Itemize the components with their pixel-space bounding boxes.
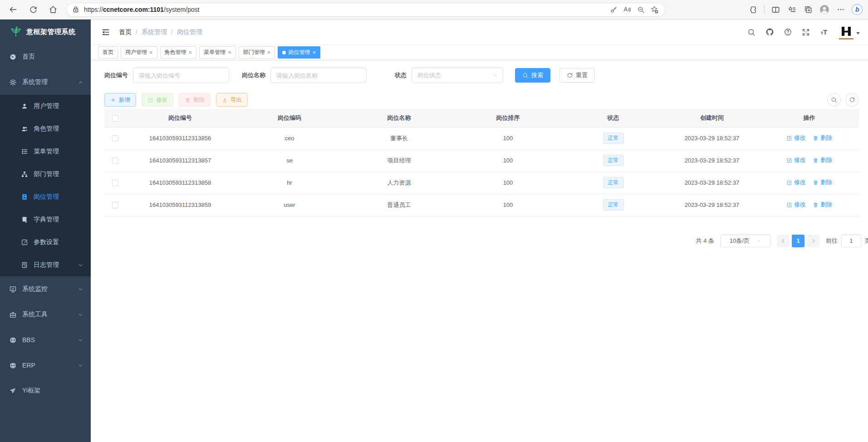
- sidebar-item-post-mgmt[interactable]: 岗位管理: [0, 186, 91, 208]
- split-screen-button[interactable]: [769, 3, 782, 16]
- tab-close-icon[interactable]: ×: [149, 49, 153, 55]
- row-edit-link[interactable]: 修改: [786, 201, 806, 209]
- row-checkbox[interactable]: [112, 202, 118, 208]
- copilot-button[interactable]: b: [851, 3, 863, 16]
- tab-close-icon[interactable]: ×: [228, 49, 231, 55]
- tab-home[interactable]: 首页: [98, 46, 118, 59]
- url-text[interactable]: https://ccnetcore.com:1101/system/post: [84, 6, 607, 13]
- sidebar-item-dict-mgmt[interactable]: 字典管理: [0, 208, 91, 231]
- status-badge[interactable]: 正常: [603, 199, 624, 210]
- sidebar-item-dept-mgmt[interactable]: 部门管理: [0, 163, 91, 186]
- sidebar-item-system-monitor[interactable]: 系统监控: [0, 276, 91, 302]
- post-name-input[interactable]: [270, 68, 367, 83]
- status-badge[interactable]: 正常: [603, 155, 624, 166]
- breadcrumb: 首页 / 系统管理 / 岗位管理: [119, 28, 202, 36]
- prev-page-button[interactable]: [777, 235, 790, 247]
- row-checkbox[interactable]: [112, 135, 118, 142]
- page-unit-label: 页: [865, 237, 868, 245]
- edit-button[interactable]: 修改: [142, 93, 173, 107]
- status-select[interactable]: 岗位状态: [412, 68, 503, 83]
- browser-settings-button[interactable]: [834, 3, 847, 16]
- sidebar-item-menu-mgmt[interactable]: 菜单管理: [0, 140, 91, 163]
- edit-icon: [786, 180, 792, 186]
- toggle-search-button[interactable]: [827, 93, 841, 107]
- app-logo[interactable]: 意框架管理系统: [0, 20, 91, 44]
- current-page-button[interactable]: 1: [792, 235, 804, 247]
- sidebar-item-log-mgmt[interactable]: 日志管理: [0, 254, 91, 276]
- column-header: 岗位编号: [126, 109, 235, 127]
- monitor-icon: [9, 285, 17, 293]
- sidebar-item-system-tools[interactable]: 系统工具: [0, 302, 91, 327]
- sidebar-item-role-mgmt[interactable]: 角色管理: [0, 118, 91, 140]
- status-badge[interactable]: 正常: [603, 133, 624, 143]
- font-size-button[interactable]: тT: [816, 25, 832, 40]
- tab-role-mgmt[interactable]: 角色管理×: [160, 46, 197, 59]
- goto-page-input[interactable]: [841, 235, 861, 247]
- address-bar[interactable]: https://ccnetcore.com:1101/system/post: [66, 3, 665, 17]
- dictionary-icon: [21, 216, 28, 223]
- row-delete-link[interactable]: 删除: [813, 156, 832, 164]
- tab-close-icon[interactable]: ×: [312, 49, 316, 55]
- row-delete-link[interactable]: 删除: [813, 178, 832, 187]
- page-content: 岗位编号 岗位名称 状态 岗位状态 搜索: [91, 60, 868, 442]
- help-button[interactable]: [780, 25, 795, 40]
- row-delete-link[interactable]: 删除: [813, 201, 832, 209]
- github-button[interactable]: [762, 25, 777, 40]
- row-delete-link[interactable]: 删除: [813, 134, 832, 142]
- password-button[interactable]: [607, 3, 620, 16]
- browser-refresh-button[interactable]: [26, 3, 40, 16]
- sidebar-item-home[interactable]: 首页: [0, 44, 91, 69]
- post-id-input[interactable]: [133, 68, 229, 83]
- fullscreen-button[interactable]: [798, 25, 814, 40]
- read-aloud-button[interactable]: [620, 3, 634, 16]
- status-badge[interactable]: 正常: [603, 177, 624, 188]
- add-button[interactable]: 新增: [104, 93, 136, 107]
- cell-create-time: 2023-03-29 18:52:37: [664, 194, 760, 216]
- row-checkbox[interactable]: [112, 157, 118, 164]
- row-edit-link[interactable]: 修改: [786, 178, 806, 187]
- browser-profile-button[interactable]: [818, 3, 831, 16]
- sidebar-item-yi-framework[interactable]: Yi框架: [0, 378, 91, 403]
- sidebar-item-param-settings[interactable]: 参数设置: [0, 231, 91, 254]
- breadcrumb-separator: /: [171, 29, 173, 36]
- tab-close-icon[interactable]: ×: [189, 49, 192, 55]
- header-search-button[interactable]: [744, 25, 759, 40]
- main-panel: 首页 / 系统管理 / 岗位管理 тT: [91, 20, 868, 442]
- chevron-right-icon: [810, 238, 816, 244]
- favorites-button[interactable]: [785, 3, 798, 16]
- search-form: 岗位编号 岗位名称 状态 岗位状态 搜索: [104, 68, 859, 83]
- add-favorite-button[interactable]: [647, 3, 661, 16]
- browser-back-button[interactable]: [6, 3, 20, 16]
- reset-button[interactable]: 重置: [559, 68, 595, 83]
- sidebar-item-system-mgmt[interactable]: 系统管理: [0, 69, 91, 95]
- search-button[interactable]: 搜索: [515, 68, 550, 83]
- sidebar-item-bbs[interactable]: BBS: [0, 327, 91, 353]
- sidebar-item-user-mgmt[interactable]: 用户管理: [0, 95, 91, 118]
- cell-post-name: 普通员工: [344, 194, 454, 216]
- tags-view-bar: 首页 用户管理× 角色管理× 菜单管理× 部门管理× 岗位管理×: [91, 45, 868, 60]
- browser-home-button[interactable]: [46, 3, 60, 16]
- sidebar-item-erp[interactable]: ERP: [0, 353, 91, 378]
- tab-user-mgmt[interactable]: 用户管理×: [121, 46, 157, 59]
- sidebar-fold-button[interactable]: [98, 25, 113, 40]
- tab-close-icon[interactable]: ×: [267, 49, 271, 55]
- page-size-select[interactable]: 10条/页: [721, 235, 770, 247]
- tab-dept-mgmt[interactable]: 部门管理×: [239, 46, 275, 59]
- cell-post-sort: 100: [454, 149, 562, 172]
- collections-button[interactable]: [802, 3, 814, 16]
- next-page-button[interactable]: [807, 235, 819, 247]
- tab-post-mgmt[interactable]: 岗位管理×: [278, 46, 320, 59]
- breadcrumb-home[interactable]: 首页: [119, 28, 132, 36]
- row-edit-link[interactable]: 修改: [786, 156, 806, 164]
- export-button[interactable]: 导出: [216, 93, 248, 107]
- row-checkbox[interactable]: [112, 180, 118, 186]
- extensions-button[interactable]: [747, 3, 760, 16]
- user-menu[interactable]: [839, 25, 860, 39]
- tab-menu-mgmt[interactable]: 菜单管理×: [199, 46, 236, 59]
- select-all-checkbox[interactable]: [112, 115, 118, 122]
- zoom-out-button[interactable]: [634, 3, 647, 16]
- refresh-table-button[interactable]: [845, 93, 859, 107]
- edit-icon: [147, 97, 153, 103]
- delete-button[interactable]: 删除: [179, 93, 211, 107]
- row-edit-link[interactable]: 修改: [786, 134, 806, 142]
